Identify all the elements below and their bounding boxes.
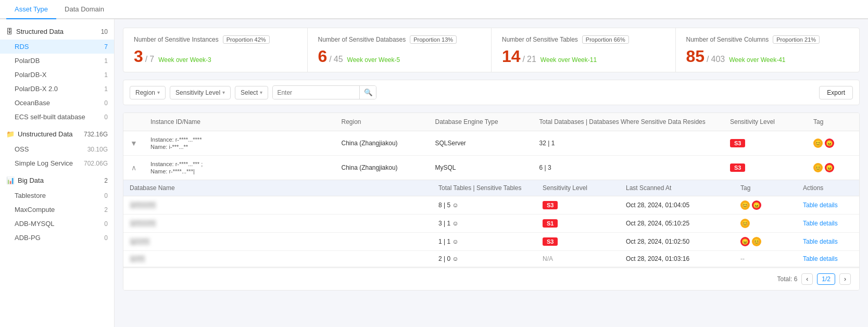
sub-scanned-2: Oct 28, 2024, 05:10:25	[620, 216, 734, 231]
sub-sensitivity-1: S3	[536, 197, 620, 213]
stat-sensitive-instances: Number of Sensitive Instances Proportion…	[123, 28, 308, 72]
bigdata-icon: 📊	[6, 177, 15, 184]
sidebar-item-rds[interactable]: RDS 7	[0, 40, 114, 54]
sub-tag-yellow-3: 😊	[752, 237, 761, 246]
sub-action-3: Table details	[797, 234, 859, 249]
total-count: Total: 6	[777, 275, 798, 283]
stat-instances-total-num: 7	[149, 55, 154, 64]
stat-tables-total: 21	[527, 55, 536, 64]
select-filter[interactable]: Select ▾	[235, 86, 268, 99]
sub-sensitivity-2: S1	[536, 215, 620, 232]
stat-databases-week: Week over Week-5	[347, 56, 400, 64]
table-details-link-3[interactable]: Table details	[803, 238, 838, 245]
sidebar-item-ecs[interactable]: ECS self-built database 0	[0, 110, 114, 124]
tag-yellow-icon: 😊	[813, 139, 823, 148]
prev-page-button[interactable]: ‹	[801, 273, 813, 285]
sub-tag-1: 😊 😠	[734, 196, 797, 214]
sub-row-3: g-*-*** 1 | 1 ☺ S3 Oct 28, 2024, 01:02:5…	[123, 233, 859, 251]
table-details-link-2[interactable]: Table details	[803, 220, 838, 227]
th-instance: Instance ID/Name	[144, 113, 335, 131]
sidebar-item-oceanbase[interactable]: OceanBase 0	[0, 96, 114, 110]
search-box: 🔍	[272, 85, 376, 99]
stat-instances-value: 3	[134, 48, 143, 65]
structured-data-label: Structured Data	[16, 28, 64, 35]
search-button[interactable]: 🔍	[359, 86, 376, 99]
stat-columns-total: 403	[711, 55, 725, 64]
select-chevron-icon: ▾	[260, 90, 262, 95]
sub-dbname-1: s***-*-***	[123, 197, 432, 213]
sensitivity-chevron-icon: ▾	[222, 90, 225, 95]
sidebar-item-adb-pg[interactable]: ADB-PG 0	[0, 231, 114, 245]
sidebar-item-polardb[interactable]: PolarDB 1	[0, 54, 114, 68]
th-region: Region	[335, 113, 429, 131]
sub-tag-red-3: 😠	[740, 237, 750, 246]
stat-databases-proportion: Proportion 13%	[410, 35, 457, 44]
sub-row-4: y-*** 2 | 0 ☺ N/A Oct 28, 2024, 01:03:16…	[123, 251, 859, 267]
sidebar-section-header-unstructured: 📁 Unstructured Data 732.16G	[0, 126, 114, 142]
stat-columns-label: Number of Sensitive Columns	[686, 36, 769, 43]
sub-tables-1: 8 | 5 ☺	[432, 197, 536, 213]
sidebar-item-oss[interactable]: OSS 30.10G	[0, 142, 114, 156]
stat-databases-label: Number of Sensitive Databases	[318, 36, 406, 43]
sidebar-section-structured: 🗄 Structured Data 10 RDS 7 PolarDB 1 Pol…	[0, 23, 114, 124]
select-label: Select	[241, 89, 258, 96]
stat-instances-week: Week over Week-3	[158, 56, 211, 64]
sub-action-1: Table details	[797, 197, 859, 213]
sidebar-item-tablestore[interactable]: Tablestore 0	[0, 188, 114, 203]
table-row-main-2: ∧ Instance: r-****...*** ; Name: r-****.…	[123, 156, 859, 180]
sidebar-section-header-structured: 🗄 Structured Data 10	[0, 23, 114, 40]
data-table: Instance ID/Name Region Database Engine …	[123, 112, 860, 291]
table-row-expanded: ∧ Instance: r-****...*** ; Name: r-****.…	[123, 156, 859, 268]
sidebar-section-unstructured: 📁 Unstructured Data 732.16G OSS 30.10G S…	[0, 126, 114, 170]
region-filter[interactable]: Region ▾	[130, 86, 166, 99]
sensitivity-filter[interactable]: Sensitivity Level ▾	[170, 86, 231, 99]
sidebar-section-bigdata: 📊 Big Data 2 Tablestore 0 MaxCompute 2 A…	[0, 172, 114, 245]
sub-tag-4: --	[734, 251, 797, 267]
sub-tables-4: 2 | 0 ☺	[432, 251, 536, 267]
sensitivity-label: Sensitivity Level	[175, 89, 220, 96]
main-content: Number of Sensitive Instances Proportion…	[115, 19, 868, 327]
sub-row-2: s***-*-*** 3 | 1 ☺ S1 Oct 28, 2024, 05:1…	[123, 215, 859, 233]
sub-th-actions: Actions	[797, 180, 859, 196]
table-row-main-1: ▼ Instance: r-****...**** Name: i-***...…	[123, 131, 859, 155]
sidebar-item-maxcompute[interactable]: MaxCompute 2	[0, 203, 114, 217]
unstructured-data-label: Unstructured Data	[18, 130, 73, 138]
stat-columns-value: 85	[686, 48, 705, 65]
sub-action-2: Table details	[797, 216, 859, 231]
sub-tag-red-1: 😠	[752, 200, 761, 210]
tab-asset-type[interactable]: Asset Type	[6, 0, 56, 19]
expand-row1-button[interactable]: ▼	[123, 134, 144, 153]
sidebar-item-polardb-x[interactable]: PolarDB-X 1	[0, 68, 114, 82]
sub-scanned-3: Oct 28, 2024, 01:02:50	[620, 234, 734, 249]
sub-tag-yellow-2: 😊	[740, 219, 750, 228]
table-details-link-4[interactable]: Table details	[803, 255, 838, 262]
sub-scanned-4: Oct 28, 2024, 01:03:16	[620, 251, 734, 267]
table-details-link-1[interactable]: Table details	[803, 202, 838, 209]
stat-databases-total: 45	[334, 55, 343, 64]
sub-badge-3: S3	[543, 237, 558, 246]
current-page: 1/2	[817, 273, 835, 285]
stat-instances-label: Number of Sensitive Instances	[134, 36, 219, 43]
th-expand	[123, 113, 144, 131]
sub-table-header: Database Name Total Tables | Sensitive T…	[123, 180, 859, 196]
region-cell-2: China (Zhangjiakou)	[335, 159, 429, 177]
export-button[interactable]: Export	[819, 86, 853, 99]
sub-action-4: Table details	[797, 251, 859, 267]
next-page-button[interactable]: ›	[839, 273, 851, 285]
expand-row2-button[interactable]: ∧	[123, 158, 144, 177]
sub-tag-2: 😊	[734, 215, 797, 232]
sub-th-sensitivity: Sensitivity Level	[536, 180, 620, 196]
sensitivity-cell-2: S3	[724, 158, 807, 177]
sidebar-item-adb-mysql[interactable]: ADB-MYSQL 0	[0, 217, 114, 231]
tag-cell-1: 😊 😠	[807, 133, 859, 153]
region-chevron-icon: ▾	[157, 90, 160, 95]
sub-badge-1: S3	[543, 201, 558, 209]
search-input[interactable]	[273, 86, 359, 99]
sidebar-item-simple-log[interactable]: Simple Log Service 702.06G	[0, 156, 114, 170]
th-engine: Database Engine Type	[429, 113, 533, 131]
engine-cell-2: MySQL	[429, 159, 533, 177]
stat-sensitive-databases: Number of Sensitive Databases Proportion…	[308, 28, 492, 72]
tag-red-icon: 😠	[825, 139, 834, 148]
tab-data-domain[interactable]: Data Domain	[56, 0, 112, 19]
sidebar-item-polardb-x2[interactable]: PolarDB-X 2.0 1	[0, 82, 114, 96]
